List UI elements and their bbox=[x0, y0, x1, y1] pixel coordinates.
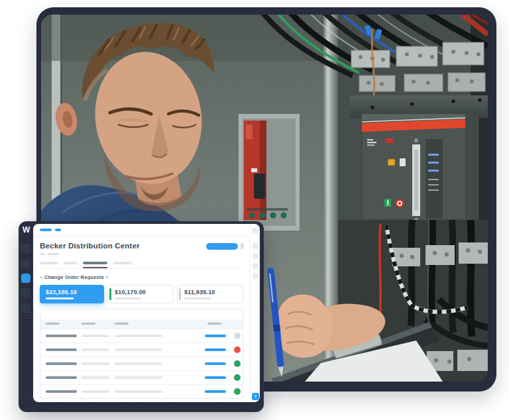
sidebar-item-2[interactable] bbox=[21, 259, 30, 268]
window-topbar bbox=[33, 224, 250, 236]
table-toolbar-placeholder bbox=[40, 309, 243, 319]
topbar-pill-1 bbox=[40, 229, 52, 231]
rail-square-1[interactable] bbox=[253, 228, 258, 234]
row-cell-primary bbox=[46, 390, 77, 393]
stat-card-selected[interactable]: $22,105.10 bbox=[40, 285, 104, 303]
breadcrumb[interactable]: < Change Order Requests > bbox=[40, 274, 243, 280]
tab-4[interactable] bbox=[113, 262, 132, 264]
column-header-1 bbox=[46, 323, 60, 325]
row-cell-2 bbox=[82, 348, 109, 351]
tab-2[interactable] bbox=[64, 262, 77, 264]
stat-underline bbox=[115, 297, 141, 299]
row-cell-primary bbox=[46, 376, 77, 379]
stat-card-green[interactable]: $10,170.00 bbox=[107, 285, 174, 303]
row-cell-2 bbox=[82, 335, 109, 337]
row-cell-2 bbox=[82, 390, 109, 393]
column-header-3 bbox=[115, 323, 129, 325]
orders-table bbox=[40, 309, 243, 399]
sidebar-item-1[interactable] bbox=[21, 244, 30, 253]
row-link-placeholder[interactable] bbox=[205, 390, 226, 393]
row-link-placeholder[interactable] bbox=[205, 348, 226, 351]
page-header: Becker Distribution Center bbox=[33, 236, 250, 255]
breadcrumb-forward-icon[interactable]: > bbox=[105, 274, 109, 280]
stat-cards: $22,105.10 $10,170.00 $11,935.10 bbox=[40, 285, 243, 303]
row-cell-3 bbox=[115, 390, 162, 393]
stat-accent-neutral bbox=[179, 288, 181, 300]
stat-value: $11,935.10 bbox=[184, 289, 243, 295]
table-row[interactable] bbox=[40, 384, 243, 398]
topbar-pill-2 bbox=[55, 229, 61, 231]
right-icon-rail bbox=[250, 224, 260, 402]
status-dot bbox=[234, 346, 241, 353]
rail-square-3[interactable] bbox=[253, 253, 258, 259]
collapse-button[interactable]: ‹ bbox=[252, 393, 259, 400]
sidebar-item-4[interactable] bbox=[21, 288, 30, 297]
stat-value: $22,105.10 bbox=[46, 289, 104, 295]
status-dot bbox=[234, 360, 241, 367]
rail-square-2[interactable] bbox=[253, 243, 258, 249]
row-cell-3 bbox=[115, 376, 162, 379]
table-header-row bbox=[40, 319, 243, 329]
stat-card-neutral[interactable]: $11,935.10 bbox=[177, 285, 243, 303]
subtitle-pill-2 bbox=[48, 253, 60, 255]
page-title: Becker Distribution Center bbox=[40, 242, 140, 250]
status-dot bbox=[234, 374, 241, 381]
row-cell-3 bbox=[115, 362, 162, 365]
row-link-placeholder[interactable] bbox=[205, 335, 226, 337]
row-cell-primary bbox=[46, 348, 77, 351]
rail-square-4[interactable] bbox=[253, 263, 258, 269]
header-more-button[interactable] bbox=[241, 243, 244, 249]
table-row[interactable] bbox=[40, 329, 243, 342]
table-row[interactable] bbox=[40, 370, 243, 384]
stat-underline bbox=[184, 297, 211, 299]
row-link-placeholder[interactable] bbox=[205, 362, 226, 365]
photo-breaker-unit bbox=[350, 95, 488, 222]
tab-3[interactable] bbox=[83, 262, 107, 264]
row-cell-2 bbox=[82, 376, 109, 379]
row-cell-primary bbox=[46, 335, 77, 337]
tab-bar bbox=[40, 262, 243, 269]
stat-value: $10,170.00 bbox=[115, 289, 173, 295]
row-cell-primary bbox=[46, 362, 77, 365]
page-subtitle-placeholders bbox=[40, 253, 140, 255]
column-header-4 bbox=[207, 323, 221, 325]
stat-underline bbox=[46, 297, 74, 299]
sidebar-item-3[interactable] bbox=[21, 274, 30, 283]
table-row[interactable] bbox=[40, 342, 243, 356]
photo-red-switch-panel bbox=[239, 114, 300, 231]
stat-accent-green bbox=[109, 288, 111, 300]
app-window: Becker Distribution Center < Change Orde… bbox=[33, 224, 260, 402]
status-dot bbox=[234, 388, 241, 395]
status-dot bbox=[234, 333, 241, 339]
rail-square-5[interactable] bbox=[253, 273, 258, 279]
primary-action-button[interactable] bbox=[206, 243, 238, 250]
row-cell-2 bbox=[82, 362, 109, 365]
tab-1[interactable] bbox=[40, 262, 58, 264]
column-header-2 bbox=[82, 323, 95, 325]
subtitle-pill-1 bbox=[40, 253, 45, 255]
breadcrumb-label: Change Order Requests bbox=[44, 274, 104, 280]
table-row[interactable] bbox=[40, 356, 243, 370]
row-link-placeholder[interactable] bbox=[205, 376, 226, 379]
app-logo: W bbox=[23, 225, 33, 235]
app-main-area: Becker Distribution Center < Change Orde… bbox=[33, 224, 250, 402]
row-cell-3 bbox=[115, 335, 162, 337]
sidebar-item-5[interactable] bbox=[21, 303, 30, 313]
row-cell-3 bbox=[115, 348, 162, 351]
breadcrumb-back-icon[interactable]: < bbox=[40, 274, 43, 280]
